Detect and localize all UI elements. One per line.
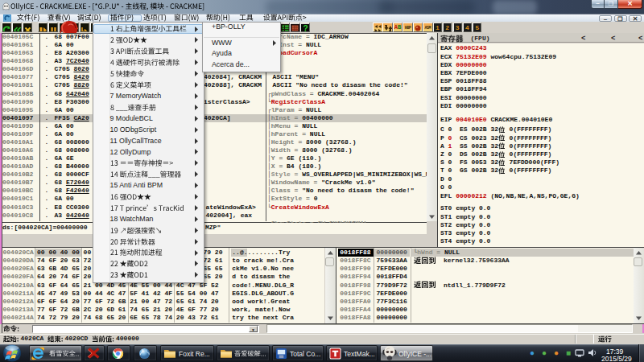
- svg-text:?: ?: [303, 24, 308, 33]
